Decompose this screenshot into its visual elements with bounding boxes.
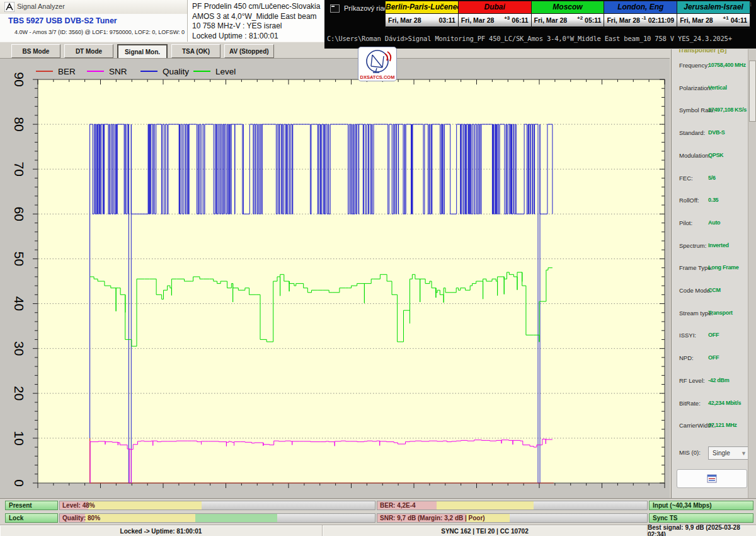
statusbar-best-signal: Best signal: 9,9 dB (2025-03-28 02:34) <box>648 525 756 536</box>
logo-text: DXSATCS.COM <box>360 74 395 80</box>
dxsatcs-logo: DXSATCS.COM <box>358 47 397 81</box>
progress-bar: Quality: 80% <box>59 513 375 523</box>
chevron-down-icon: ▼ <box>741 450 747 457</box>
sidebar-scrollbar[interactable] <box>748 49 756 498</box>
clock-time-row: Fri, Mar 28+104:11 <box>677 14 750 26</box>
param-value: -42 dBm <box>708 377 729 383</box>
mis-select[interactable]: Single ▼ <box>708 446 750 460</box>
param-label: Modulation: <box>679 152 710 159</box>
sidebar-tool-button[interactable] <box>677 469 747 488</box>
param-label: FEC: <box>679 175 693 182</box>
world-clock: Jerusalem-IsraelFri, Mar 28+104:11 <box>677 1 750 28</box>
world-clock: Berlin-Paris-LučenecFri, Mar 2803:11 <box>385 1 459 28</box>
param-value: 10758,400 MHz <box>708 62 746 68</box>
progress-segment <box>195 514 277 522</box>
progress-bar: BER: 4,2E-4 <box>377 501 648 510</box>
world-clocks: Berlin-Paris-LučenecFri, Mar 2803:11Duba… <box>386 1 753 28</box>
clock-date: Fri, Mar 28 <box>534 16 568 24</box>
param-value: Auto <box>708 219 720 226</box>
list-icon <box>707 474 717 483</box>
param-value: 5/6 <box>708 175 716 181</box>
world-clock: MoscowFri, Mar 28+205:11 <box>531 1 605 28</box>
param-label: BitRate: <box>679 400 701 407</box>
progress-label: BER: 4,2E-4 <box>380 502 416 509</box>
transponder-sidebar: Transponder [B] MIS (0): Single ▼ Freque… <box>671 49 756 498</box>
param-label: Spectrum: <box>679 242 706 249</box>
mis-label: MIS (0): <box>679 449 701 456</box>
legend-label-quality: Quality <box>163 67 189 76</box>
console-command-line[interactable]: C:\Users\Roman Dávid>Signal Monitoring_P… <box>327 35 732 42</box>
tuner-subtitle: 4.0W - Amos 3/7 (ID: 3560) @ LOF1: 97500… <box>14 29 185 35</box>
progress-label: SNR: 9,7 dB (Margin: 3,2 dB | Poor) <box>380 515 485 521</box>
clock-utc-offset: +3 <box>504 15 510 21</box>
clock-date: Fri, Mar 28 <box>461 16 495 24</box>
world-clock: DubaiFri, Mar 28+306:11 <box>458 1 532 28</box>
param-label: NPD: <box>679 354 694 361</box>
param-value: DVB-S <box>708 129 725 136</box>
y-axis-label: 90 <box>12 72 26 86</box>
tuner-title: TBS 5927 USB DVB-S2 Tuner <box>8 16 117 25</box>
legend-label-ber: BER <box>58 67 76 76</box>
tab-av-stopped[interactable]: AV (Stopped) <box>224 44 274 58</box>
clock-date: Fri, Mar 28 <box>388 16 421 24</box>
clock-city: Moscow <box>532 1 604 14</box>
clock-time-row: Fri, Mar 2803:11 <box>386 14 458 26</box>
tab-dt-mode[interactable]: DT Mode <box>64 44 113 58</box>
status-badge: Input (~40,34 Mbps) <box>649 501 753 510</box>
clock-time: 05:11 <box>585 16 601 24</box>
y-axis-label: 10 <box>12 431 26 445</box>
param-label: Standard: <box>679 129 705 136</box>
y-axis-label: 80 <box>12 117 26 131</box>
signal-analyzer-app: Signal Analyzer TBS 5927 USB DVB-S2 Tune… <box>0 0 756 536</box>
param-value: CCM <box>708 287 721 293</box>
tab-bs-mode[interactable]: BS Mode <box>11 44 60 58</box>
param-label: Polarization: <box>679 84 712 91</box>
info-line: 10 758 MHz-V : YES israel <box>192 21 324 32</box>
param-label: RollOff: <box>679 197 699 204</box>
info-line: AMOS 3 at 4,0°W_Middle East beam <box>192 12 324 22</box>
y-axis-label: 40 <box>12 296 26 311</box>
statusbar-lock-uptime: Locked -> Uptime: 81:00:01 <box>0 525 323 536</box>
progress-bar: SNR: 9,7 dB (Margin: 3,2 dB | Poor) <box>377 513 648 523</box>
signal-chart: 0102030405060708090BERSNRQualityLevel <box>0 59 670 499</box>
tab-signal-mon[interactable]: Signal Mon. <box>117 44 168 59</box>
clock-time: 03:11 <box>439 16 455 24</box>
window-title: Signal Analyzer <box>17 3 65 10</box>
param-value: 0.35 <box>708 197 718 203</box>
clock-city: London, Eng <box>604 1 677 14</box>
y-axis-label: 60 <box>12 207 26 221</box>
sidebar-header: Transponder [B] <box>678 49 726 54</box>
y-axis-label: 30 <box>12 341 26 356</box>
param-label: Code Mode: <box>679 287 712 294</box>
clock-city: Jerusalem-Israel <box>677 1 750 14</box>
clock-time-row: Fri, Mar 28-102:11:09 <box>604 14 677 26</box>
signal-chart-panel: 0102030405060708090BERSNRQualityLevel <box>0 58 670 499</box>
antenna-info-panel: PF Prodelin 450 cm/Lučenec-SlovakiaAMOS … <box>187 0 324 42</box>
clock-time: 04:11 <box>731 16 747 24</box>
tuner-panel: TBS 5927 USB DVB-S2 Tuner 4.0W - Amos 3/… <box>0 14 187 42</box>
clock-city: Berlin-Paris-Lučenec <box>386 1 458 14</box>
status-badge: Lock <box>5 513 58 523</box>
clock-time-row: Fri, Mar 28+205:11 <box>532 14 604 26</box>
progress-segment <box>88 501 202 510</box>
scrollbar-thumb[interactable] <box>749 61 756 122</box>
console-window[interactable]: Príkazový riadok ─ □ C:\Users\Roman Dávi… <box>324 0 756 49</box>
progress-label: Level: 48% <box>62 502 95 509</box>
param-label: RF Level: <box>679 377 705 384</box>
world-clock: London, EngFri, Mar 28-102:11:09 <box>604 1 677 28</box>
param-value: 27497,108 KS/s <box>708 107 747 113</box>
legend-label-snr: SNR <box>109 67 127 76</box>
info-line: PF Prodelin 450 cm/Lučenec-Slovakia <box>192 2 324 12</box>
statusbar-sync-counters: SYNC 162 | TEI 20 | CC 10702 <box>323 525 648 536</box>
progress-bar: Level: 48% <box>59 501 375 510</box>
signal-analyzer-icon <box>4 2 14 12</box>
mis-value: Single <box>713 450 730 457</box>
console-icon <box>330 4 340 13</box>
progress-segment <box>85 514 195 522</box>
param-value: Long Frame <box>708 264 739 271</box>
clock-city: Dubai <box>459 1 531 14</box>
param-label: Frequency: <box>679 62 709 69</box>
tab-tsa-ok[interactable]: TSA (OK) <box>171 44 220 58</box>
status-area: PresentLevel: 48%BER: 4,2E-4Input (~40,3… <box>0 498 756 525</box>
clock-time-row: Fri, Mar 28+306:11 <box>459 14 531 26</box>
